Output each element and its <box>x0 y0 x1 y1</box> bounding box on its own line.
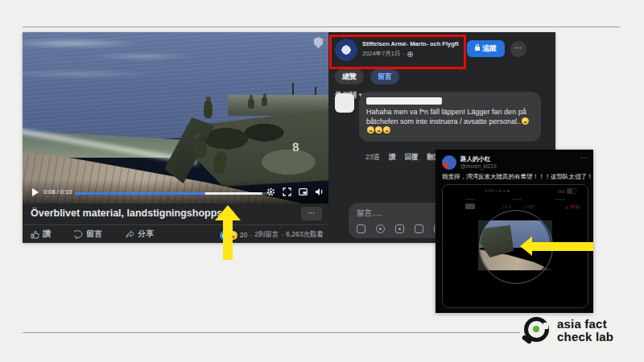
laughing-emoji-icon <box>375 126 382 134</box>
emoji-icon[interactable] <box>376 224 385 233</box>
laughing-emoji-icon <box>383 126 390 134</box>
top-divider-line <box>23 27 620 27</box>
arrow-shaft <box>532 242 593 251</box>
video-progress-bar[interactable] <box>76 192 272 195</box>
view-count: 6,263次觀看 <box>286 230 324 240</box>
comment-label: 留言 <box>86 228 102 240</box>
tab-overview[interactable]: 總覽 <box>335 69 364 84</box>
arrow-shaft <box>223 220 233 260</box>
commenter-name-blurred <box>366 97 442 105</box>
video-more-button[interactable]: ⋯ <box>301 207 322 220</box>
video-time: 0:08 / 0:10 <box>43 188 72 195</box>
comment-button[interactable]: 留言 <box>74 228 102 240</box>
comment-bubble: Hahaha men va f*n fäll läppen! Lägger fa… <box>359 92 541 142</box>
tweet-handle[interactable]: @moren_kt219 <box>460 163 497 169</box>
soldier-on-deck <box>262 97 267 106</box>
settings-icon[interactable] <box>266 187 275 196</box>
pip-icon[interactable] <box>299 187 308 196</box>
arrow-head <box>520 237 532 256</box>
red-highlight-box <box>329 35 466 69</box>
video-title-bar: Överblivet material, landstigningshoppsa… <box>23 204 328 224</box>
tweet-more-button[interactable]: ⋯ <box>580 154 588 162</box>
post-action-bar: 讚 留言 分享 20 · 2則留言 · 6,263次觀看 <box>23 224 328 244</box>
magnifier-ring-gap <box>543 323 548 329</box>
share-label: 分享 <box>138 228 154 240</box>
gif-icon[interactable] <box>415 224 423 233</box>
reaction-count: 20 <box>240 231 247 239</box>
like-button[interactable]: 讚 <box>31 228 51 240</box>
tweet-screenshot: 路人的小红 @moren_kt219 ⋯ 我觉得，湾湾反攻大陆真的有希望！！！这… <box>436 150 593 313</box>
green-dot <box>533 326 539 332</box>
boat-hull <box>186 109 328 187</box>
comment-text-line2: båtchefen som inte instruera / avsatte p… <box>366 117 521 125</box>
volume-icon[interactable] <box>315 187 324 196</box>
lock-icon <box>475 47 480 51</box>
comment-reply-link[interactable]: 回覆 <box>404 153 418 162</box>
tweet-avatar[interactable] <box>442 155 456 170</box>
soldier-on-deck <box>248 98 254 109</box>
play-icon[interactable] <box>32 188 39 196</box>
laughing-emoji-icon <box>522 117 529 125</box>
video-controls: 0:08 / 0:10 <box>23 179 328 204</box>
bottom-divider-line <box>23 332 520 333</box>
like-label: 讚 <box>43 228 51 240</box>
video-title: Överblivet material, landstigningshoppsa… <box>31 208 234 219</box>
logo-line1: asia fact <box>557 318 613 331</box>
tweet-display-name[interactable]: 路人的小红 <box>460 155 491 163</box>
soldier-on-ramp <box>204 100 213 118</box>
tweet-text: 我觉得，湾湾反攻大陆真的有希望！！！这部队太强了！！！ <box>442 173 605 181</box>
avatar-sticker-icon[interactable] <box>357 224 365 233</box>
logo-text: asia fact check lab <box>557 318 613 343</box>
yellow-arrow-annotation <box>215 205 241 260</box>
commenter-avatar-blurred <box>335 93 354 113</box>
follow-label: 追蹤 <box>482 43 497 54</box>
tab-comments[interactable]: 留言 <box>370 69 399 84</box>
laughing-emoji-icon <box>367 126 374 134</box>
asia-fact-check-lab-logo: asia fact check lab <box>522 315 613 346</box>
logo-line2: check lab <box>557 331 613 343</box>
fullscreen-icon[interactable] <box>283 187 291 196</box>
post-more-button[interactable]: ⋯ <box>510 41 526 57</box>
comment-text-line1: Hahaha men va f*n fäll läppen! Lägger fa… <box>366 108 526 116</box>
share-button[interactable]: 分享 <box>126 228 154 240</box>
camera-icon[interactable] <box>395 224 404 233</box>
follow-button[interactable]: 追蹤 <box>467 40 505 57</box>
progress-played <box>76 192 205 195</box>
magnifier-icon <box>522 315 551 346</box>
tweet-video[interactable]: 3:48 19.8 1,985 录制 <box>442 184 588 308</box>
comment-like-link[interactable]: 讚 <box>389 153 396 162</box>
comment-age: 23週 <box>365 153 380 162</box>
boat-hull-number: 8 <box>291 140 299 154</box>
yellow-arrow-annotation <box>520 237 593 256</box>
arrow-head <box>215 205 241 220</box>
comment-count: 2則留言 <box>254 230 279 240</box>
video-player[interactable]: 8 0:08 / 0:10 <box>23 32 328 204</box>
